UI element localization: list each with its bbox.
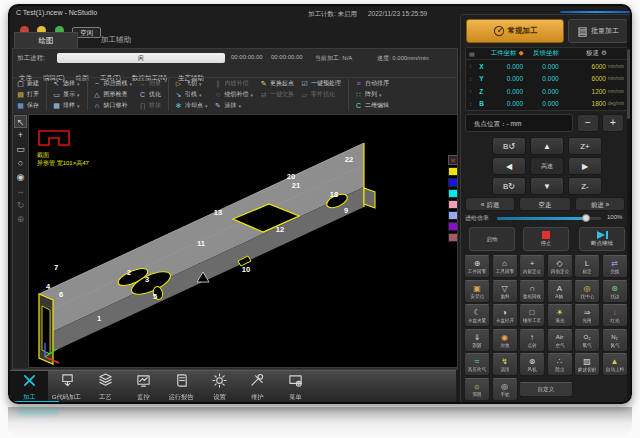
ribbon-auto-sort-button[interactable]: ≡自动排序 bbox=[352, 78, 391, 89]
film-cut-button[interactable]: ▨蒙皮切割 bbox=[574, 353, 600, 376]
ribbon-part-optimize-button[interactable]: ▱零件优化 bbox=[298, 89, 343, 100]
high-pressure-blow-button[interactable]: ≈高压吹气 bbox=[464, 353, 490, 376]
chuck-release-button[interactable]: ◑卡盘松开 bbox=[492, 304, 518, 327]
view-tool[interactable]: ◉ bbox=[14, 171, 27, 184]
burst-button[interactable]: ↑点射 bbox=[519, 329, 545, 352]
part-3d-view[interactable]: 746123511131210202122189 bbox=[29, 115, 458, 368]
focus-plus-button[interactable]: + bbox=[602, 114, 624, 132]
jog-b-cw-button[interactable]: B↻ bbox=[492, 177, 526, 195]
fixture-button[interactable]: □钢带工装 bbox=[519, 304, 545, 327]
lighting-button[interactable]: ☼照明 bbox=[464, 378, 490, 401]
palette-swatch-5[interactable] bbox=[448, 222, 458, 231]
jog-x-minus-button[interactable]: ◀ bbox=[492, 157, 526, 175]
ribbon-change-start-point-button[interactable]: ✎更换起点 bbox=[257, 78, 296, 89]
start-button[interactable]: 启动 bbox=[469, 227, 515, 251]
laser-button[interactable]: ☀激光 bbox=[547, 304, 573, 327]
nav-process[interactable]: 工艺 bbox=[86, 371, 124, 404]
palette-swatch-3[interactable] bbox=[448, 200, 458, 209]
panel-scrollbar[interactable] bbox=[627, 19, 630, 399]
slag-clean-button[interactable]: ↯清渣 bbox=[492, 353, 518, 376]
center-tool[interactable]: ⊕ bbox=[14, 213, 27, 226]
speed-header[interactable]: 极速 bbox=[586, 49, 599, 56]
ribbon-array-button[interactable]: ∷阵列▾ bbox=[352, 89, 391, 100]
jog-b-ccw-button[interactable]: B↺ bbox=[492, 137, 526, 155]
backward-button[interactable]: « 后退 bbox=[465, 197, 515, 211]
oxygen-button[interactable]: O₂氧气 bbox=[574, 329, 600, 352]
red-light-button[interactable]: ↓红光 bbox=[602, 304, 628, 327]
dust-removal-button[interactable]: ∴除尘 bbox=[547, 353, 573, 376]
jog-x-plus-button[interactable]: ▶ bbox=[568, 157, 602, 175]
unload-button[interactable]: ▽抛料 bbox=[492, 280, 518, 303]
ribbon-one-key-preprocess-button[interactable]: ☑一键预处理 bbox=[298, 78, 343, 89]
follow-button[interactable]: ⇓跟随 bbox=[464, 329, 490, 352]
exchange-button[interactable]: ⇄交换 bbox=[602, 255, 628, 278]
ribbon-fly-cut-button[interactable]: ▷飞切▾ bbox=[172, 78, 210, 89]
palette-swatch-6[interactable] bbox=[448, 233, 458, 242]
tab-batch-machining[interactable]: 批量加工 bbox=[568, 19, 628, 43]
handwheel-button[interactable]: ◎手轮 bbox=[492, 378, 518, 401]
jog-y-plus-button[interactable]: ▲ bbox=[530, 137, 564, 155]
ribbon-optimize-button[interactable]: C优化 bbox=[136, 89, 163, 100]
move-tool[interactable]: ↔ bbox=[14, 185, 27, 198]
rotate-tool[interactable]: ↻ bbox=[14, 199, 27, 212]
tool-origin-button[interactable]: ⌂工具回零 bbox=[492, 255, 518, 278]
find-edge-button[interactable]: ⊛找边 bbox=[602, 280, 628, 303]
fan-button[interactable]: ⊗风机 bbox=[519, 353, 545, 376]
corner-locate-button[interactable]: ◇四角定位 bbox=[547, 255, 573, 278]
ribbon-new-file-button[interactable]: ▢新建 bbox=[14, 78, 41, 89]
part-left-end-hollow[interactable] bbox=[42, 306, 50, 354]
ribbon-lead-line-button[interactable]: ↘引线▾ bbox=[172, 89, 210, 100]
ribbon-select-button[interactable]: ↖选择▾ bbox=[50, 78, 82, 89]
nav-settings[interactable]: 设置 bbox=[200, 371, 238, 404]
part-right-step-tab[interactable] bbox=[364, 188, 375, 208]
slider-thumb[interactable] bbox=[582, 214, 590, 222]
nav-machining[interactable]: 加工 bbox=[10, 371, 48, 404]
palette-delete-swatch[interactable]: ✕ bbox=[448, 155, 458, 165]
inner-locate-button[interactable]: +内部定位 bbox=[519, 255, 545, 278]
tab-machining-assist[interactable]: 加工辅助 bbox=[80, 32, 152, 48]
nav-monitor[interactable]: 监控 bbox=[124, 371, 162, 404]
ribbon-bridge-button[interactable]: ∏桥接 bbox=[136, 100, 163, 111]
auto-feed-button[interactable]: ▲自动上料 bbox=[602, 353, 628, 376]
ribbon-seam-compensation-button[interactable]: ∥内缝补偿 bbox=[212, 78, 256, 89]
stop-button[interactable]: 停止 bbox=[523, 227, 569, 251]
axis-lock-icon[interactable]: ↕ bbox=[469, 101, 479, 107]
pan-tool[interactable]: + bbox=[14, 129, 27, 142]
custom-button[interactable]: 自定义 bbox=[519, 382, 573, 397]
forward-button[interactable]: 前进 » bbox=[575, 197, 625, 211]
ribbon-edit-2d-button[interactable]: C二维编辑 bbox=[352, 100, 391, 111]
jog-z-minus-button[interactable]: Z- bbox=[568, 177, 602, 195]
ribbon-graph-check-button[interactable]: △图形检查 bbox=[91, 89, 135, 100]
dry-run-button[interactable]: 空走 bbox=[519, 197, 571, 211]
nitrogen-button[interactable]: N₂氮气 bbox=[602, 329, 628, 352]
zoom-tool[interactable]: ○ bbox=[14, 157, 27, 170]
nav-gcode-machining[interactable]: G代码加工 bbox=[48, 371, 86, 404]
palette-swatch-2[interactable] bbox=[448, 189, 458, 198]
ribbon-one-key-swap-button[interactable]: ⇄一键交换 bbox=[257, 89, 296, 100]
ribbon-open-file-button[interactable]: ▤打开 bbox=[14, 89, 41, 100]
resume-button[interactable]: 断点继续 bbox=[579, 227, 625, 251]
ribbon-fit-curve-button[interactable]: ~拟合曲线▾ bbox=[91, 78, 135, 89]
jog-fast-toggle-button[interactable]: 高速 bbox=[530, 157, 564, 175]
jog-y-minus-button[interactable]: ▼ bbox=[530, 177, 564, 195]
chuck-clamp-button[interactable]: ☾卡盘夹紧 bbox=[464, 304, 490, 327]
palette-swatch-4[interactable] bbox=[448, 211, 458, 220]
axis-lock-icon[interactable]: ↕ bbox=[469, 88, 479, 94]
ribbon-measure-button[interactable]: ↔测量 bbox=[136, 78, 163, 89]
work-coord-header[interactable]: 工件坐标 bbox=[491, 49, 517, 56]
work-origin-button[interactable]: ⊕工件回零 bbox=[464, 255, 490, 278]
ribbon-display-button[interactable]: ▭显示▾ bbox=[50, 89, 82, 100]
gear-icon[interactable]: ⚙ bbox=[601, 49, 607, 56]
air-button[interactable]: Air空气 bbox=[547, 329, 573, 352]
ribbon-gap-repair-button[interactable]: ∩缺口修补 bbox=[91, 100, 135, 111]
shutter-button[interactable]: ⇒光闸 bbox=[574, 304, 600, 327]
tab-normal-machining[interactable]: 常规加工 bbox=[466, 19, 564, 43]
jog-z-plus-button[interactable]: Z+ bbox=[568, 137, 602, 155]
zoom-window-tool[interactable]: ▭ bbox=[14, 143, 27, 156]
ribbon-nesting-button[interactable]: ▦排样▾ bbox=[50, 100, 82, 111]
nav-maintenance[interactable]: 维护 bbox=[238, 371, 276, 404]
board-recycle-button[interactable]: ∩整板回收 bbox=[519, 280, 545, 303]
drawing-canvas[interactable]: 截面 异形管 宽101×高47 bbox=[28, 114, 458, 368]
tab-drawing[interactable]: 绘图 bbox=[14, 32, 78, 48]
palette-swatch-1[interactable] bbox=[448, 178, 458, 187]
